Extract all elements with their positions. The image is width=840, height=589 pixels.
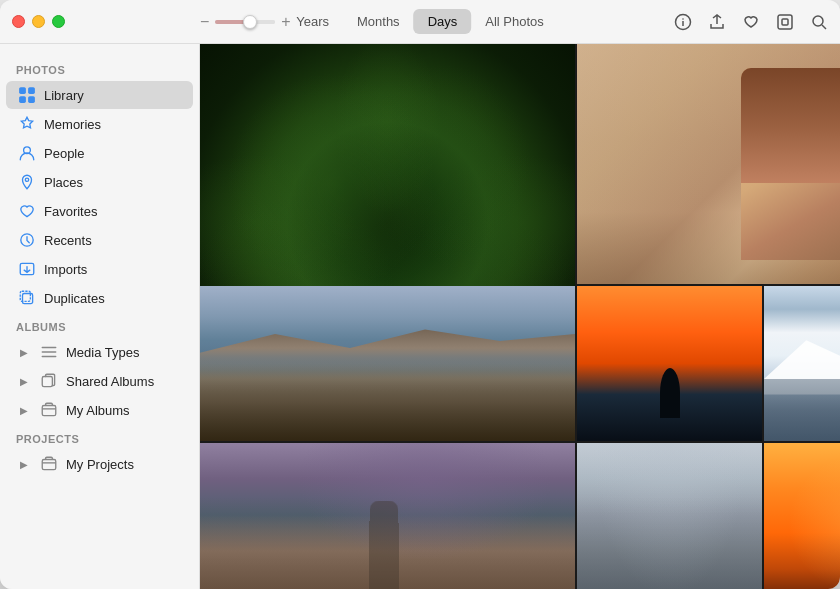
- tab-months[interactable]: Months: [343, 9, 414, 34]
- sidebar-item-people[interactable]: People: [6, 139, 193, 167]
- app-window: − + Years Months Days All Photos: [0, 0, 840, 589]
- my-albums-label: My Albums: [66, 403, 130, 418]
- svg-rect-3: [778, 15, 792, 29]
- svg-rect-16: [20, 291, 30, 301]
- places-label: Places: [44, 175, 83, 190]
- svg-point-2: [682, 18, 684, 20]
- info-button[interactable]: [674, 13, 692, 31]
- disclosure-my-projects[interactable]: ▶: [18, 458, 30, 470]
- titlebar-actions: [674, 13, 828, 31]
- imports-icon: [18, 260, 36, 278]
- disclosure-shared-albums[interactable]: ▶: [18, 375, 30, 387]
- favorite-button[interactable]: [742, 13, 760, 31]
- titlebar: − + Years Months Days All Photos: [0, 0, 840, 44]
- sidebar-item-my-albums[interactable]: ▶ My Albums: [6, 396, 193, 424]
- sidebar: Photos Library M: [0, 44, 200, 589]
- share-button[interactable]: [708, 13, 726, 31]
- photo-woman-portrait[interactable]: [577, 44, 840, 284]
- svg-line-6: [822, 25, 826, 29]
- library-label: Library: [44, 88, 84, 103]
- maximize-button[interactable]: [52, 15, 65, 28]
- photo-winding-road[interactable]: [200, 443, 575, 589]
- close-button[interactable]: [12, 15, 25, 28]
- minimize-button[interactable]: [32, 15, 45, 28]
- svg-rect-17: [42, 377, 52, 387]
- memories-label: Memories: [44, 117, 101, 132]
- shared-albums-icon: [40, 372, 58, 390]
- media-types-label: Media Types: [66, 345, 139, 360]
- svg-rect-10: [28, 96, 35, 103]
- traffic-lights: [12, 15, 65, 28]
- zoom-control: − +: [200, 14, 291, 30]
- recents-icon: [18, 231, 36, 249]
- grid-icon: [18, 86, 36, 104]
- tab-all-photos[interactable]: All Photos: [471, 9, 558, 34]
- shared-albums-label: Shared Albums: [66, 374, 154, 389]
- sidebar-item-my-projects[interactable]: ▶ My Projects: [6, 450, 193, 478]
- media-types-icon: [40, 343, 58, 361]
- svg-rect-4: [782, 19, 788, 25]
- zoom-thumb[interactable]: [243, 15, 257, 29]
- disclosure-media-types[interactable]: ▶: [18, 346, 30, 358]
- sidebar-item-library[interactable]: Library: [6, 81, 193, 109]
- svg-rect-8: [28, 87, 35, 94]
- zoom-slider[interactable]: [215, 20, 275, 24]
- edit-button[interactable]: [776, 13, 794, 31]
- svg-rect-18: [42, 406, 56, 416]
- imports-label: Imports: [44, 262, 87, 277]
- sidebar-section-projects: Projects: [0, 425, 199, 449]
- search-button[interactable]: [810, 13, 828, 31]
- photo-lake-mountains[interactable]: [200, 286, 575, 441]
- photo-grid: [200, 44, 840, 589]
- sidebar-section-albums: Albums: [0, 313, 199, 337]
- sidebar-item-places[interactable]: Places: [6, 168, 193, 196]
- favorites-icon: [18, 202, 36, 220]
- photo-snowy-mountains[interactable]: [764, 286, 840, 441]
- svg-rect-19: [42, 460, 56, 470]
- main-content: Photos Library M: [0, 44, 840, 589]
- my-projects-label: My Projects: [66, 457, 134, 472]
- places-icon: [18, 173, 36, 191]
- sidebar-item-media-types[interactable]: ▶ Media Types: [6, 338, 193, 366]
- duplicates-icon: [18, 289, 36, 307]
- sidebar-item-imports[interactable]: Imports: [6, 255, 193, 283]
- tab-years[interactable]: Years: [282, 9, 343, 34]
- svg-rect-7: [19, 87, 26, 94]
- svg-rect-15: [23, 294, 33, 304]
- zoom-out-button[interactable]: −: [200, 14, 209, 30]
- svg-point-12: [25, 178, 28, 181]
- memories-icon: [18, 115, 36, 133]
- sidebar-item-recents[interactable]: Recents: [6, 226, 193, 254]
- favorites-label: Favorites: [44, 204, 97, 219]
- sidebar-item-memories[interactable]: Memories: [6, 110, 193, 138]
- photo-castle[interactable]: [577, 443, 762, 589]
- my-albums-icon: [40, 401, 58, 419]
- photo-grid-inner: [200, 44, 840, 589]
- recents-label: Recents: [44, 233, 92, 248]
- duplicates-label: Duplicates: [44, 291, 105, 306]
- svg-point-5: [813, 16, 823, 26]
- my-projects-icon: [40, 455, 58, 473]
- svg-rect-9: [19, 96, 26, 103]
- photo-sunset-couple[interactable]: [577, 286, 762, 441]
- sidebar-item-shared-albums[interactable]: ▶ Shared Albums: [6, 367, 193, 395]
- photo-sunset-silhouette[interactable]: [764, 443, 840, 589]
- sidebar-item-favorites[interactable]: Favorites: [6, 197, 193, 225]
- tab-days[interactable]: Days: [414, 9, 472, 34]
- people-label: People: [44, 146, 84, 161]
- nav-tabs: Years Months Days All Photos: [282, 9, 558, 34]
- people-icon: [18, 144, 36, 162]
- disclosure-my-albums[interactable]: ▶: [18, 404, 30, 416]
- sidebar-section-photos: Photos: [0, 56, 199, 80]
- sidebar-item-duplicates[interactable]: Duplicates: [6, 284, 193, 312]
